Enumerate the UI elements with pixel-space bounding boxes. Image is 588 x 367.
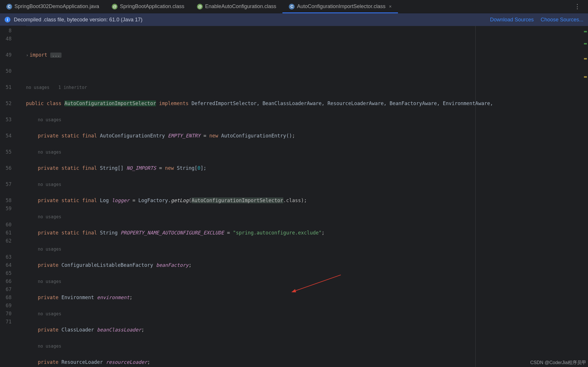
tab-enableautoconfiguration[interactable]: @ EnableAutoConfiguration.class [191, 0, 282, 13]
code-editor[interactable]: 8 48 49 50 51 52 53 54 55 56 57 58 59 60… [0, 26, 588, 367]
watermark-text: CSDN @CoderJia程序员甲 [530, 360, 586, 366]
tab-label: SpringBoot302DemoApplication.java [14, 3, 99, 10]
tab-label: EnableAutoConfiguration.class [205, 3, 276, 10]
decompiled-notice-bar: i Decompiled .class file, bytecode versi… [0, 13, 588, 26]
class-ref-highlight: AutoConfigurationImportSelector [191, 198, 283, 203]
tab-autoconfigurationimportselector[interactable]: C AutoConfigurationImportSelector.class … [282, 0, 398, 13]
inlay-no-usages: no usages [38, 150, 61, 155]
annotation-icon: @ [197, 4, 203, 10]
tab-springboot-demo[interactable]: C SpringBoot302DemoApplication.java [0, 0, 105, 13]
inlay-no-usages: no usages [38, 214, 61, 219]
code-area[interactable]: ›import ... no usages 1 inheritor public… [26, 26, 588, 367]
annotation-icon: @ [112, 4, 118, 10]
line-number-gutter: 8 48 49 50 51 52 53 54 55 56 57 58 59 60… [0, 26, 26, 367]
editor-tabs: C SpringBoot302DemoApplication.java @ Sp… [0, 0, 588, 13]
close-icon[interactable]: × [389, 4, 392, 9]
fold-placeholder[interactable]: ... [50, 53, 62, 58]
class-icon: C [6, 4, 12, 10]
choose-sources-link[interactable]: Choose Sources... [541, 17, 583, 23]
decompiled-notice-text: Decompiled .class file, bytecode version… [14, 17, 142, 23]
tab-label: AutoConfigurationImportSelector.class [297, 3, 385, 10]
inlay-no-usages: no usages [38, 344, 61, 349]
inlay-no-usages: no usages [38, 247, 61, 252]
scrollbar-marks [583, 26, 588, 367]
inlay-no-usages: no usages [38, 311, 61, 316]
more-icon: ⋮ [574, 3, 581, 10]
inlay-no-usages: no usages [38, 182, 61, 187]
inlay-no-usages: no usages [38, 117, 61, 122]
inlay-inheritors: 1 inheritor [58, 85, 87, 90]
class-icon: C [289, 4, 295, 10]
fold-chevron-icon[interactable]: › [26, 53, 28, 57]
info-icon: i [5, 17, 10, 23]
tab-springbootapplication[interactable]: @ SpringBootApplication.class [105, 0, 191, 13]
inlay-no-usages: no usages [26, 85, 49, 90]
keyword-import: import [29, 52, 47, 58]
download-sources-link[interactable]: Download Sources [490, 17, 534, 23]
class-name-highlight: AutoConfigurationImportSelector [64, 100, 156, 106]
tab-overflow-button[interactable]: ⋮ [567, 0, 588, 13]
tab-label: SpringBootApplication.class [120, 3, 184, 10]
inlay-no-usages: no usages [38, 279, 61, 284]
